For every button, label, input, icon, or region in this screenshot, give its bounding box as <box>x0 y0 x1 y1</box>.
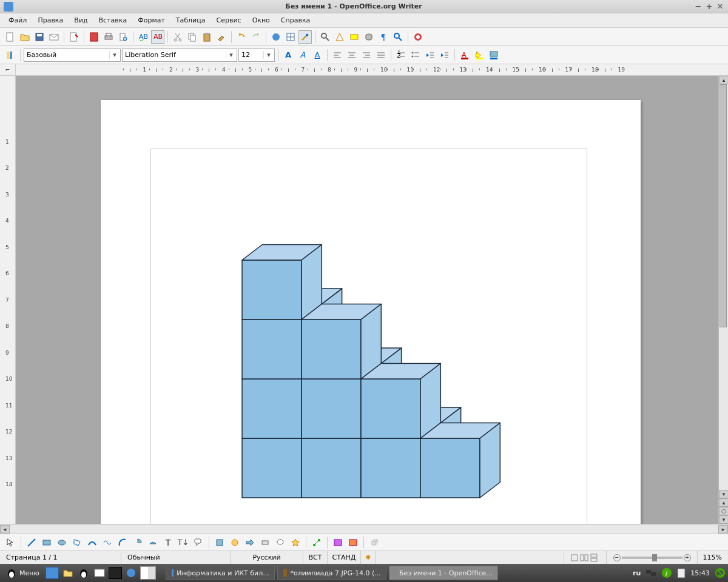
document-area[interactable] <box>16 76 718 524</box>
chevron-down-icon[interactable]: ▾ <box>109 51 118 59</box>
menu-tools[interactable]: Сервис <box>212 15 246 26</box>
align-right-button[interactable] <box>360 48 373 62</box>
line-tool[interactable] <box>25 536 38 549</box>
status-zoom[interactable]: 115% <box>698 551 728 564</box>
redo-button[interactable] <box>249 30 263 44</box>
vertical-scrollbar[interactable]: ▴ ▾ ▴ ○ ▾ <box>718 76 728 524</box>
background-color-button[interactable] <box>487 48 500 62</box>
curve-tool[interactable] <box>86 536 99 549</box>
edit-doc-button[interactable] <box>67 30 81 44</box>
preview-button[interactable] <box>116 30 130 44</box>
show-desktop-icon[interactable] <box>46 567 59 579</box>
scroll-right-icon[interactable]: ▸ <box>718 525 728 534</box>
stars-tool[interactable] <box>289 536 302 549</box>
nonprinting-button[interactable]: ¶ <box>377 30 390 44</box>
zoom-control[interactable] <box>607 551 698 564</box>
spellcheck-button[interactable]: ABC <box>136 30 150 44</box>
chevron-down-icon[interactable]: ▾ <box>226 51 234 59</box>
hyperlink-button[interactable] <box>269 30 283 44</box>
arc-tool[interactable] <box>116 536 129 549</box>
clock[interactable]: 15:43 <box>690 569 710 577</box>
nav-next-icon[interactable]: ▾ <box>719 515 728 524</box>
paragraph-style-combo[interactable]: Базовый ▾ <box>24 48 121 62</box>
datasources-button[interactable] <box>362 30 376 44</box>
maximize-icon[interactable]: + <box>705 2 713 11</box>
new-button[interactable] <box>4 30 17 44</box>
scroll-up-icon[interactable]: ▴ <box>719 76 728 84</box>
menu-table[interactable]: Таблица <box>171 15 211 26</box>
cut-button[interactable] <box>171 30 184 44</box>
decrease-indent-button[interactable] <box>423 48 437 62</box>
start-menu[interactable]: Меню <box>2 567 43 578</box>
chevron-down-icon[interactable]: ▾ <box>263 51 272 59</box>
minimize-icon[interactable]: − <box>694 2 703 11</box>
scroll-thumb[interactable] <box>720 84 727 327</box>
basic-shapes-tool[interactable] <box>213 536 226 549</box>
menu-view[interactable]: Вид <box>69 15 92 26</box>
gallery-button[interactable] <box>348 30 361 44</box>
undo-button[interactable] <box>235 30 248 44</box>
callout-tool[interactable] <box>192 536 205 549</box>
zoom-slider[interactable] <box>622 557 682 559</box>
freeform-tool[interactable] <box>101 536 114 549</box>
status-pagestyle[interactable]: Обычный <box>121 551 231 564</box>
points-tool[interactable] <box>310 536 323 549</box>
status-language[interactable]: Русский <box>231 551 303 564</box>
zoom-handle[interactable] <box>652 554 657 561</box>
bold-button[interactable]: A <box>281 48 295 62</box>
from-file-tool[interactable] <box>346 536 360 549</box>
align-justify-button[interactable] <box>374 48 388 62</box>
keyboard-layout-indicator[interactable]: ru <box>633 569 641 577</box>
page[interactable] <box>101 100 641 524</box>
table-button[interactable] <box>284 30 297 44</box>
block-arrows-tool[interactable] <box>243 536 257 549</box>
scroll-left-icon[interactable]: ◂ <box>0 525 10 534</box>
font-name-combo[interactable]: Liberation Serif ▾ <box>122 48 237 62</box>
ellipse-tool[interactable] <box>55 536 69 549</box>
scroll-down-icon[interactable]: ▾ <box>719 490 728 498</box>
task-app-2[interactable]: Без имени 1 - OpenOffice... <box>389 566 498 580</box>
horizontal-ruler[interactable]: 12345678910111213141516171819 <box>16 64 728 75</box>
cubes-drawing[interactable] <box>230 213 570 524</box>
menu-insert[interactable]: Вставка <box>94 15 132 26</box>
status-view-buttons[interactable] <box>564 551 607 564</box>
menu-file[interactable]: Файл <box>4 15 32 26</box>
bullet-list-button[interactable] <box>409 48 422 62</box>
font-color-button[interactable]: A <box>458 48 471 62</box>
format-paintbrush-button[interactable] <box>215 30 228 44</box>
symbol-shapes-tool[interactable] <box>228 536 241 549</box>
email-button[interactable] <box>47 30 61 44</box>
logout-icon[interactable] <box>715 567 726 578</box>
fontwork-tool[interactable] <box>331 536 345 549</box>
help-button[interactable] <box>411 30 425 44</box>
graphic-frame[interactable] <box>150 149 587 524</box>
menu-edit[interactable]: Правка <box>33 15 68 26</box>
task-app-0[interactable]: Информатика и ИКТ бил... <box>166 566 275 580</box>
terminal-icon[interactable] <box>109 567 122 579</box>
close-icon[interactable]: ✕ <box>716 2 724 11</box>
menu-window[interactable]: Окно <box>248 15 275 26</box>
menu-help[interactable]: Справка <box>276 15 315 26</box>
polygon-tool[interactable] <box>70 536 84 549</box>
rectangle-tool[interactable] <box>40 536 53 549</box>
text-tool[interactable]: T <box>161 536 175 549</box>
export-pdf-button[interactable] <box>87 30 101 44</box>
mail-icon[interactable] <box>93 567 106 579</box>
app-penguin-icon[interactable] <box>77 567 90 579</box>
align-left-button[interactable] <box>331 48 344 62</box>
pager-icon[interactable] <box>140 566 156 580</box>
copy-button[interactable] <box>186 30 199 44</box>
open-button[interactable] <box>18 30 32 44</box>
underline-button[interactable]: A <box>311 48 324 62</box>
zoom-button[interactable] <box>391 30 405 44</box>
file-manager-icon[interactable] <box>61 567 75 579</box>
task-app-1[interactable]: *олимпиада 7.JPG-14.0 (... <box>277 566 386 580</box>
font-size-combo[interactable]: 12 ▾ <box>238 48 275 62</box>
flowchart-tool[interactable] <box>258 536 272 549</box>
find-button[interactable] <box>318 30 332 44</box>
segment-tool[interactable] <box>146 536 160 549</box>
save-button[interactable] <box>33 30 46 44</box>
callouts-tool[interactable] <box>274 536 287 549</box>
numbered-list-button[interactable]: 12 <box>394 48 408 62</box>
autospell-button[interactable]: ABC <box>151 30 164 44</box>
